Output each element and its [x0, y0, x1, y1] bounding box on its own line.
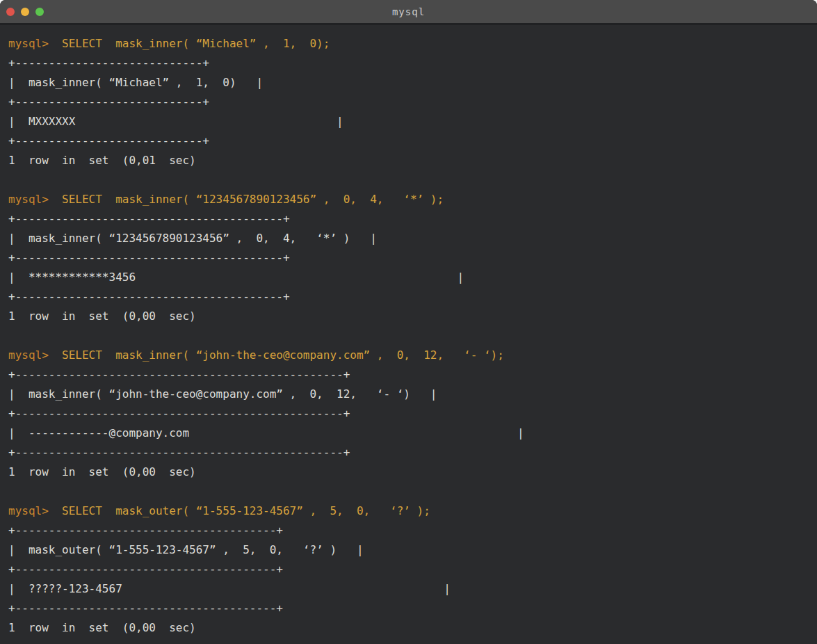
table-border: +---------------------------------------… [8, 365, 810, 385]
blank-line [8, 326, 810, 346]
table-result-row: | ?????-123-4567 | [8, 579, 810, 599]
terminal-window: mysql mysql> SELECT mask_inner( “Michael… [0, 0, 817, 644]
blank-line [8, 482, 810, 501]
window-controls [6, 0, 44, 23]
table-border: +---------------------------------------… [8, 404, 810, 424]
command-line: mysql> SELECT mask_inner( “1234567890123… [8, 190, 810, 209]
zoom-button[interactable] [35, 8, 44, 16]
table-border: +---------------------------------------… [8, 599, 810, 618]
table-border: +----------------------------+ [8, 92, 810, 112]
mysql-prompt: mysql> [8, 504, 49, 517]
sql-command: SELECT mask_outer( “1-555-123-4567” , 5,… [49, 504, 430, 517]
minimize-button[interactable] [21, 8, 29, 16]
close-button[interactable] [6, 8, 15, 16]
table-border: +---------------------------------------… [8, 287, 810, 307]
table-header-row: | mask_inner( “john-the-ceo@company.com”… [8, 385, 810, 404]
sql-command: SELECT mask_inner( “Michael” , 1, 0); [49, 37, 330, 50]
table-header-row: | mask_inner( “1234567890123456” , 0, 4,… [8, 229, 810, 248]
command-line: mysql> SELECT mask_inner( “Michael” , 1,… [8, 34, 810, 54]
mysql-prompt: mysql> [8, 348, 49, 362]
table-border: +---------------------------------------… [8, 560, 810, 579]
table-border: +---------------------------------------… [8, 443, 810, 462]
table-border: +----------------------------+ [8, 54, 810, 73]
row-count-status: 1 row in set (0,00 sec) [8, 462, 810, 482]
table-header-row: | mask_inner( “Michael” , 1, 0) | [8, 73, 810, 92]
table-result-row: | MXXXXXX | [8, 112, 810, 131]
row-count-status: 1 row in set (0,01 sec) [8, 151, 810, 170]
table-border: +---------------------------------------… [8, 248, 810, 268]
table-border: +---------------------------------------… [8, 209, 810, 229]
table-border: +----------------------------+ [8, 131, 810, 151]
row-count-status: 1 row in set (0,00 sec) [8, 307, 810, 326]
command-line: mysql> SELECT mask_outer( “1-555-123-456… [8, 501, 810, 521]
mysql-prompt: mysql> [8, 193, 49, 206]
table-result-row: | ------------@company.com | [8, 424, 810, 443]
table-result-row: | ************3456 | [8, 268, 810, 287]
table-header-row: | mask_outer( “1-555-123-4567” , 5, 0, ‘… [8, 540, 810, 560]
window-title: mysql [392, 6, 425, 17]
sql-command: SELECT mask_inner( “john-the-ceo@company… [49, 348, 504, 362]
terminal-screen[interactable]: mysql> SELECT mask_inner( “Michael” , 1,… [0, 25, 817, 644]
blank-line [8, 170, 810, 190]
row-count-status: 1 row in set (0,00 sec) [8, 618, 810, 638]
table-border: +---------------------------------------… [8, 521, 810, 540]
mysql-prompt: mysql> [8, 37, 49, 50]
titlebar: mysql [0, 0, 817, 25]
command-line: mysql> SELECT mask_inner( “john-the-ceo@… [8, 346, 810, 365]
sql-command: SELECT mask_inner( “1234567890123456” , … [49, 193, 444, 206]
